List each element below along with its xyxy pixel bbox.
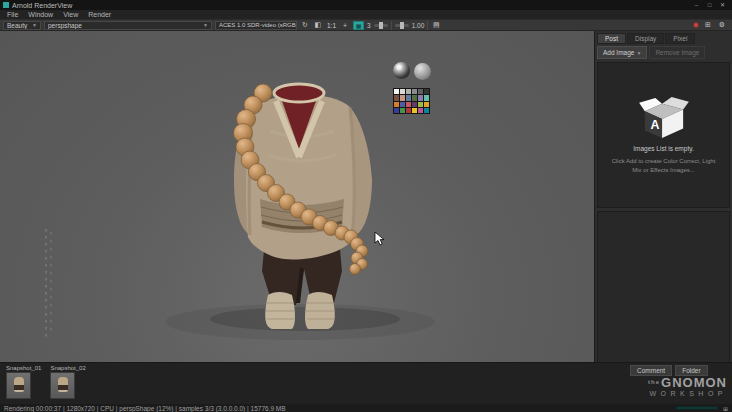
expand-icon[interactable]: ⊞: [703, 21, 713, 30]
camera-select-value: perspshape: [48, 22, 82, 29]
snapshot-label: Snapshot_01: [6, 365, 41, 371]
app-icon: [3, 2, 9, 8]
color-patch: [418, 108, 423, 113]
maximize-button[interactable]: □: [703, 0, 716, 10]
snapshot-list: Snapshot_01 Snapshot_02: [6, 365, 86, 399]
color-patch: [406, 95, 411, 100]
aov-select-value: Beauty: [7, 22, 27, 29]
toolbar-divider: [391, 21, 392, 30]
color-patch: [400, 89, 405, 94]
panel-buttons: Add Image ▼ Remove Image: [597, 46, 730, 59]
tab-pixel[interactable]: Pixel: [665, 33, 695, 44]
images-panel: Post Display Pixel Add Image ▼ Remove Im…: [594, 31, 732, 362]
render-viewport[interactable]: [0, 31, 594, 362]
arnold-logo-letter: A: [650, 118, 659, 132]
close-button[interactable]: ✕: [716, 0, 729, 10]
render-progress-bar: [676, 406, 718, 410]
images-empty-state: A Images List is empty. Click Add to cre…: [597, 62, 730, 208]
open-box-icon: A: [635, 96, 693, 140]
chevron-down-icon: ▼: [636, 50, 641, 56]
render-status-text: Rendering 00:00:37 | 1280x720 | CPU | pe…: [4, 405, 286, 412]
color-patch: [418, 102, 423, 107]
color-checker: [393, 88, 430, 114]
chrome-ball-reference: [393, 62, 410, 79]
settings-gear-icon[interactable]: ⚙: [717, 21, 727, 30]
camera-select[interactable]: perspshape ▼: [44, 21, 212, 30]
color-patch: [400, 102, 405, 107]
color-patch: [418, 89, 423, 94]
color-patch: [424, 108, 429, 113]
color-patch: [424, 102, 429, 107]
color-patch: [406, 89, 411, 94]
chevron-down-icon: ▼: [203, 22, 208, 28]
menu-file[interactable]: File: [2, 10, 23, 19]
mouse-cursor: [374, 231, 386, 247]
snapshot-thumbnail-figure: [58, 377, 68, 392]
record-indicator-icon[interactable]: [693, 22, 699, 28]
color-patch: [394, 102, 399, 107]
snapshots-bar: Snapshot_01 Snapshot_02 Comment Folder t…: [0, 362, 732, 404]
aa-samples-value[interactable]: 3: [367, 22, 371, 29]
tab-post[interactable]: Post: [597, 33, 626, 44]
menu-render[interactable]: Render: [83, 10, 116, 19]
snapshot-thumbnail[interactable]: [50, 372, 75, 399]
add-image-button[interactable]: Add Image ▼: [597, 46, 647, 59]
empty-state-description: Click Add to create Color Correct, Light…: [611, 157, 717, 174]
color-patch: [412, 102, 417, 107]
menu-view[interactable]: View: [58, 10, 83, 19]
region-toggle[interactable]: ▦: [353, 21, 364, 30]
title-bar: Arnold RenderView – □ ✕: [0, 0, 732, 10]
remove-image-button[interactable]: Remove Image: [649, 46, 705, 59]
color-patch: [394, 108, 399, 113]
chevron-down-icon: ▼: [32, 22, 37, 28]
color-patch: [412, 89, 417, 94]
slider-handle[interactable]: [400, 22, 404, 29]
snapshot-item[interactable]: Snapshot_01: [6, 365, 41, 399]
gray-ball-reference: [414, 63, 431, 80]
crosshair-icon[interactable]: +: [340, 21, 350, 30]
watermark-line2: WORKSHOP: [648, 390, 727, 397]
color-patch: [418, 95, 423, 100]
empty-state-title: Images List is empty.: [633, 145, 694, 152]
color-patch: [400, 95, 405, 100]
gamma-value[interactable]: 1.00: [412, 22, 425, 29]
menu-bar: File Window View Render: [0, 10, 732, 19]
colorspace-select-value: ACES 1.0 SDR-video (sRGB): [219, 22, 297, 28]
snapshot-thumbnail[interactable]: [6, 372, 31, 399]
color-patch: [424, 95, 429, 100]
ab-compare-icon[interactable]: ◧: [313, 21, 323, 30]
tab-display[interactable]: Display: [627, 33, 664, 44]
status-bar: Rendering 00:00:37 | 1280x720 | CPU | pe…: [0, 404, 732, 412]
aov-select[interactable]: Beauty ▼: [3, 21, 41, 30]
panel-tabs: Post Display Pixel: [597, 33, 730, 44]
lut-icon[interactable]: ▤: [431, 21, 441, 30]
color-patch: [394, 89, 399, 94]
snapshot-label: Snapshot_02: [50, 365, 85, 371]
zoom-level[interactable]: 1:1: [326, 22, 337, 29]
slider-handle[interactable]: [379, 22, 383, 29]
color-patch: [412, 108, 417, 113]
snapshot-item[interactable]: Snapshot_02: [50, 365, 85, 399]
color-patch: [400, 108, 405, 113]
minimize-button[interactable]: –: [690, 0, 703, 10]
aa-samples-slider[interactable]: [374, 24, 388, 27]
refresh-icon[interactable]: ↻: [300, 21, 310, 30]
toolbar-right-cluster: ⊞ ⚙: [693, 21, 729, 30]
color-patch: [412, 95, 417, 100]
image-properties-area: [597, 211, 730, 369]
gnomon-workshop-watermark: theGNOMON WORKSHOP: [648, 376, 727, 397]
watermark-line1: theGNOMON: [648, 376, 727, 390]
watermark-prefix: the: [648, 379, 660, 385]
window-title: Arnold RenderView: [12, 2, 72, 9]
grid-icon: ⊞: [723, 405, 728, 412]
color-patch: [424, 89, 429, 94]
menu-window[interactable]: Window: [23, 10, 58, 19]
color-patch: [406, 108, 411, 113]
colorspace-select[interactable]: ACES 1.0 SDR-video (sRGB) ▼: [215, 21, 297, 30]
rendered-character: [0, 31, 594, 362]
gamma-slider[interactable]: [395, 24, 409, 27]
color-patch: [394, 95, 399, 100]
toolbar-divider: [427, 21, 428, 30]
window-controls: – □ ✕: [690, 0, 729, 10]
toolbar: Beauty ▼ perspshape ▼ ACES 1.0 SDR-video…: [0, 19, 732, 31]
